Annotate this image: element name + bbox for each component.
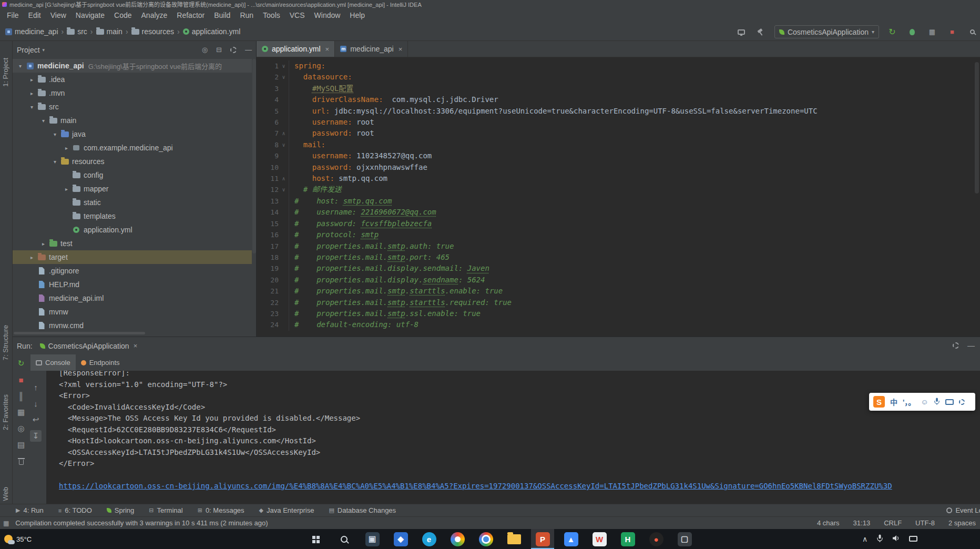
tree-item-static[interactable]: static xyxy=(13,196,252,209)
restore-layout-icon[interactable]: ▦ xyxy=(15,406,27,418)
project-tree[interactable]: ▾medicine_apiG:\shejiing\基于springboot vu… xyxy=(13,59,252,337)
tree-item-medicine-api.iml[interactable]: medicine_api.iml xyxy=(13,291,252,305)
menu-item-tools[interactable]: Tools xyxy=(258,8,285,23)
coverage-button[interactable]: ▦ xyxy=(925,25,939,39)
tree-toggle-icon[interactable]: ▾ xyxy=(16,63,25,69)
hide-panel-icon[interactable]: — xyxy=(245,46,252,54)
toolwindow-button-spring[interactable]: Spring xyxy=(107,506,135,514)
status-widget-utf-8[interactable]: UTF-8 xyxy=(915,519,935,527)
taskbar-app-file-explorer[interactable] xyxy=(503,529,526,549)
tree-item-java[interactable]: ▾java xyxy=(13,127,252,141)
run-tab-console[interactable]: Console xyxy=(30,354,76,371)
tool-stripe-project[interactable]: 1: Project xyxy=(2,58,9,87)
toolwindow-button-database-changes[interactable]: ▤Database Changes xyxy=(329,506,396,514)
toolwindow-button-terminal[interactable]: ⊟Terminal xyxy=(149,506,182,514)
ime-mic-icon[interactable] xyxy=(934,398,940,406)
toolwindow-button-6-todo[interactable]: ≡6: TODO xyxy=(58,506,92,514)
tray-volume-icon[interactable] xyxy=(892,535,900,543)
toolwindow-button-0-messages[interactable]: ⊞0: Messages xyxy=(198,506,244,514)
breadcrumb-item-resources[interactable]: resources xyxy=(131,27,174,36)
taskbar-app-chrome-browser[interactable] xyxy=(474,529,497,549)
menu-item-build[interactable]: Build xyxy=(209,8,235,23)
menu-item-run[interactable]: Run xyxy=(235,8,258,23)
collapse-all-icon[interactable]: ⊟ xyxy=(216,46,222,54)
ime-punctuation-indicator[interactable]: '，。 xyxy=(903,396,915,407)
print-icon[interactable]: ▤ xyxy=(15,439,27,451)
debug-button[interactable] xyxy=(905,25,919,39)
tree-item-application.yml[interactable]: application.yml xyxy=(13,223,252,237)
up-stack-icon[interactable]: ↑ xyxy=(30,381,42,393)
menu-item-view[interactable]: View xyxy=(46,8,71,23)
project-scrollbar-horizontal[interactable] xyxy=(14,332,145,334)
run-session-tab[interactable]: CosmeticsApiApplication × xyxy=(40,342,138,350)
menu-item-file[interactable]: File xyxy=(2,8,24,23)
run-config-selector[interactable]: CosmeticsApiApplication ▾ xyxy=(774,25,879,38)
tree-item-help.md[interactable]: HELP.md xyxy=(13,278,252,291)
breadcrumb-item-medicine-api[interactable]: medicine_api xyxy=(5,27,58,36)
tree-item-main[interactable]: ▾main xyxy=(13,114,252,127)
tray-keyboard-icon[interactable] xyxy=(909,535,917,543)
tree-toggle-icon[interactable]: ▾ xyxy=(50,159,59,165)
sogou-logo-icon[interactable]: S xyxy=(873,396,885,408)
taskbar-app-photos[interactable]: ▲ xyxy=(559,529,583,549)
ime-emoji-icon[interactable]: ☺ xyxy=(921,398,928,406)
ime-language-indicator[interactable]: 中 xyxy=(890,396,897,407)
toolwindow-button-java-enterprise[interactable]: ◆Java Enterprise xyxy=(259,506,314,514)
soft-wrap-icon[interactable]: ↩ xyxy=(30,414,42,425)
run-tab-endpoints[interactable]: Endpoints xyxy=(76,354,125,371)
tree-item-src[interactable]: ▾src xyxy=(13,100,252,114)
breadcrumb-item-application.yml[interactable]: application.yml xyxy=(183,27,241,36)
menu-item-vcs[interactable]: VCS xyxy=(285,8,310,23)
tray-chevron-icon[interactable]: ∧ xyxy=(862,535,867,543)
tree-item-.gitignore[interactable]: .gitignore xyxy=(13,264,252,278)
tree-toggle-icon[interactable]: ▸ xyxy=(27,255,36,260)
menu-item-window[interactable]: Window xyxy=(310,8,345,23)
tree-item-resources[interactable]: ▾resources xyxy=(13,155,252,168)
close-tab-icon[interactable]: × xyxy=(324,45,330,53)
tree-item-com.example.medicine-api[interactable]: ▸com.example.medicine_api xyxy=(13,141,252,155)
tree-item-target[interactable]: ▸target xyxy=(13,250,252,264)
monitor-snapshot-icon[interactable]: ◎ xyxy=(15,423,27,434)
tree-toggle-icon[interactable]: ▸ xyxy=(27,90,36,96)
editor-tab-application.yml[interactable]: application.yml× xyxy=(257,41,335,57)
run-button[interactable]: ↻ xyxy=(885,25,899,39)
tree-item-templates[interactable]: templates xyxy=(13,209,252,223)
taskbar-app-browser-colorful[interactable] xyxy=(446,529,469,549)
tree-toggle-icon[interactable]: ▸ xyxy=(62,145,71,151)
tree-item-mapper[interactable]: ▸mapper xyxy=(13,182,252,196)
taskbar-app-app-dark[interactable]: ▢ xyxy=(673,529,696,549)
taskbar-app-music-orange[interactable]: ● xyxy=(645,529,668,549)
menu-item-refactor[interactable]: Refactor xyxy=(172,8,209,23)
tree-item-config[interactable]: config xyxy=(13,168,252,182)
scroll-end-icon[interactable]: ↧ xyxy=(30,430,42,442)
tree-toggle-icon[interactable]: ▸ xyxy=(39,241,48,247)
search-everywhere-button[interactable] xyxy=(965,25,979,39)
stop-button[interactable]: ■ xyxy=(945,25,959,39)
locate-file-icon[interactable]: ◎ xyxy=(202,46,208,54)
tree-toggle-icon[interactable]: ▸ xyxy=(62,186,71,192)
ime-toolbox-icon[interactable] xyxy=(959,399,965,405)
tree-item-medicine-api[interactable]: ▾medicine_apiG:\shejiing\基于springboot vu… xyxy=(13,59,252,73)
tool-stripe-structure[interactable]: 7: Structure xyxy=(2,325,9,360)
console-link[interactable]: https://lookcartoon.oss-cn-beijing.aliyu… xyxy=(59,482,892,490)
breadcrumb-item-src[interactable]: src xyxy=(67,27,87,36)
status-widget-4-chars[interactable]: 4 chars xyxy=(817,519,840,527)
taskbar-app-explorer-dark[interactable]: ▣ xyxy=(361,529,384,549)
breadcrumb-item-main[interactable]: main xyxy=(96,27,122,36)
menu-item-edit[interactable]: Edit xyxy=(24,8,46,23)
project-scrollbar-vertical[interactable] xyxy=(252,59,256,253)
menu-item-analyze[interactable]: Analyze xyxy=(137,8,172,23)
menu-item-code[interactable]: Code xyxy=(109,8,136,23)
editor-tab-medicine-api[interactable]: medicine_api× xyxy=(335,41,408,57)
taskbar-weather[interactable]: 35°C xyxy=(4,535,32,543)
taskbar-app-wps[interactable]: W xyxy=(588,529,611,549)
tray-mic-icon[interactable] xyxy=(876,534,883,544)
tree-item-mvnw[interactable]: mvnw xyxy=(13,305,252,319)
hide-windows-button[interactable] xyxy=(734,25,748,39)
tree-item-mvnw.cmd[interactable]: mvnw.cmd xyxy=(13,319,252,332)
start-button[interactable] xyxy=(303,529,328,549)
clear-icon[interactable] xyxy=(15,455,27,467)
taskbar-app-app-h-green[interactable]: H xyxy=(616,529,639,549)
tree-toggle-icon[interactable]: ▾ xyxy=(27,104,36,110)
tree-item-.mvn[interactable]: ▸.mvn xyxy=(13,86,252,100)
